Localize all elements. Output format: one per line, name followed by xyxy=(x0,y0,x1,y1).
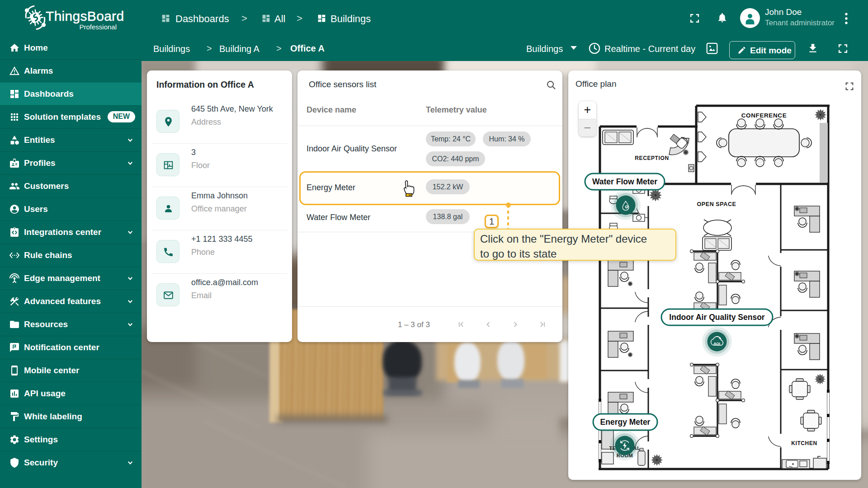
svg-text:AQI: AQI xyxy=(713,342,720,346)
svg-text:Water Flow Meter: Water Flow Meter xyxy=(592,177,657,186)
svg-text:RECEPTION: RECEPTION xyxy=(635,155,669,161)
svg-text:CONFERENCE: CONFERENCE xyxy=(741,112,787,119)
svg-text:Indoor Air Quality Sensor: Indoor Air Quality Sensor xyxy=(669,313,765,322)
svg-text:KITCHEN: KITCHEN xyxy=(791,440,817,446)
svg-text:OPEN SPACE: OPEN SPACE xyxy=(697,201,736,207)
svg-text:Energy Meter: Energy Meter xyxy=(600,418,651,427)
